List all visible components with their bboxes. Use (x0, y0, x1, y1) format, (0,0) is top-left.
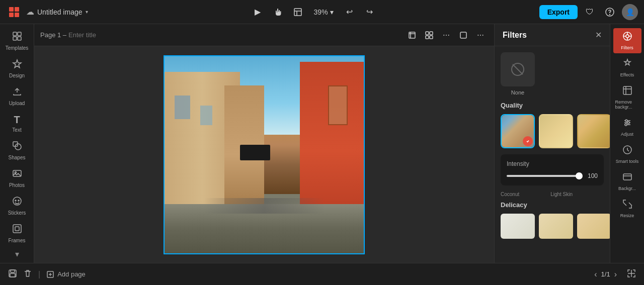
sidebar-item-design[interactable]: Design (3, 56, 31, 81)
svg-line-28 (513, 64, 523, 74)
sidebar-item-stickers[interactable]: Stickers (3, 193, 31, 219)
avatar[interactable]: 👤 (622, 4, 638, 20)
sidebar-right-item-adjust[interactable]: Adjust (613, 115, 641, 140)
sidebar-item-templates[interactable]: Templates (3, 28, 31, 54)
smarttools-icon (622, 145, 632, 157)
delicacy-img-3 (577, 214, 610, 239)
filters-panel: Filters ✕ None Quality (494, 24, 610, 263)
delicacy-img-2 (539, 214, 573, 239)
more-options-button[interactable]: ⋯ (439, 28, 454, 43)
sidebar-right: Filters Effects Remove backgr... (610, 24, 644, 263)
filters-close-button[interactable]: ✕ (595, 30, 602, 40)
sidebar-item-upload[interactable]: Upload (3, 83, 31, 109)
background-icon (622, 172, 632, 184)
play-button[interactable]: ▶ (250, 4, 266, 20)
sidebar-right-item-smarttools[interactable]: Smart tools (613, 142, 641, 167)
document-title: Untitled image (37, 8, 83, 16)
undo-button[interactable]: ↩ (342, 4, 358, 20)
help-button[interactable] (602, 4, 618, 20)
svg-point-8 (610, 14, 610, 15)
next-page-button[interactable]: › (614, 270, 617, 279)
delicacy-thumb-3[interactable] (577, 214, 610, 239)
trash-icon[interactable] (23, 269, 32, 280)
svg-rect-20 (15, 227, 19, 231)
filter-thumb-2[interactable] (539, 114, 573, 148)
add-page-label: Add page (57, 270, 86, 278)
sidebar-right-item-removebg[interactable]: Remove backgr... (613, 82, 641, 113)
sidebar-label-templates: Templates (6, 45, 29, 51)
svg-rect-43 (623, 174, 631, 180)
intensity-slider-row: 100 (507, 172, 598, 179)
slider-fill (507, 175, 582, 177)
filter-thumb-3[interactable] (577, 114, 610, 148)
frame-options-button[interactable] (456, 28, 471, 43)
export-button[interactable]: Export (539, 5, 578, 19)
shield-button[interactable]: 🛡 (582, 4, 598, 20)
select-tool-button[interactable] (405, 28, 420, 43)
svg-rect-23 (430, 32, 433, 35)
grid-view-button[interactable] (422, 28, 437, 43)
svg-point-40 (625, 120, 627, 122)
sidebar-right-label-filters: Filters (621, 45, 633, 50)
sidebar-right-item-filters[interactable]: Filters (613, 28, 641, 53)
sidebar-item-shapes[interactable]: Shapes (3, 138, 31, 163)
sidebar-item-text[interactable]: T Text (3, 111, 31, 136)
sidebar-right-label-background: Backgr... (618, 186, 636, 191)
sidebar-left: Templates Design Upload T Text (0, 24, 34, 263)
canvas-frame[interactable] (164, 55, 365, 254)
grab-tool-button[interactable] (270, 4, 286, 20)
topbar: ☁ Untitled image ▾ ▶ 39% ▾ ↩ ↪ Export 🛡 (0, 0, 644, 24)
redo-button[interactable]: ↪ (362, 4, 378, 20)
prev-page-button[interactable]: ‹ (594, 270, 597, 279)
frame-layout-button[interactable] (290, 4, 306, 20)
svg-rect-10 (18, 32, 21, 36)
svg-rect-3 (15, 13, 19, 17)
intensity-slider[interactable] (507, 175, 582, 177)
page-title-input[interactable] (68, 31, 153, 39)
svg-point-14 (15, 144, 21, 150)
delicacy-grid (501, 214, 604, 239)
sidebar-right-item-effects[interactable]: Effects (613, 55, 641, 80)
slider-thumb[interactable] (576, 172, 583, 179)
canvas-content[interactable] (34, 46, 494, 263)
sidebar-item-frames[interactable]: Frames (3, 221, 31, 246)
svg-rect-11 (13, 37, 17, 40)
delicacy-thumb-2[interactable] (539, 214, 573, 239)
page-indicator: 1/1 (601, 270, 610, 278)
sidebar-collapse-button[interactable]: ▾ (12, 249, 22, 259)
filter-thumb-1[interactable] (501, 114, 535, 148)
more-canvas-button[interactable]: ⋯ (473, 28, 488, 43)
filter-none-box[interactable] (501, 52, 535, 86)
sidebar-right-item-resize[interactable]: Resize (613, 196, 641, 221)
page-label: Page 1 – (40, 31, 153, 39)
bottom-bar: | Add page ‹ 1/1 › (0, 263, 644, 285)
topbar-right: Export 🛡 👤 (539, 4, 638, 20)
canvas-toolbar: Page 1 – ⋯ (34, 24, 494, 46)
file-menu[interactable]: ☁ Untitled image ▾ (26, 7, 88, 17)
save-icon[interactable] (8, 269, 17, 280)
filter-labels-row: Coconut Light Skin (501, 192, 604, 197)
logo[interactable] (6, 4, 22, 20)
svg-rect-2 (9, 13, 14, 17)
filter-thumb-img-3 (577, 114, 610, 148)
expand-icon[interactable] (627, 269, 636, 280)
add-page-button[interactable]: Add page (46, 270, 86, 278)
svg-point-42 (625, 124, 627, 126)
sidebar-label-upload: Upload (9, 101, 25, 106)
sidebar-right-label-resize: Resize (620, 213, 634, 218)
svg-rect-0 (9, 7, 14, 12)
sidebar-item-photos[interactable]: Photos (3, 165, 31, 191)
delicacy-thumb-1[interactable] (501, 214, 535, 239)
filter-none[interactable]: None (501, 52, 535, 96)
page-number: Page 1 – (40, 31, 66, 39)
sidebar-right-item-background[interactable]: Backgr... (613, 169, 641, 194)
filters-header: Filters ✕ (495, 24, 610, 46)
filter-label-coconut: Coconut (501, 192, 519, 197)
canvas-toolbar-right: ⋯ ⋯ (405, 28, 488, 43)
zoom-control[interactable]: 39% ▾ (310, 6, 338, 18)
svg-rect-36 (623, 86, 631, 94)
sidebar-right-label-adjust: Adjust (621, 132, 633, 137)
filter-none-label: None (511, 89, 524, 96)
effects-icon (622, 58, 632, 71)
frames-icon (12, 224, 22, 236)
